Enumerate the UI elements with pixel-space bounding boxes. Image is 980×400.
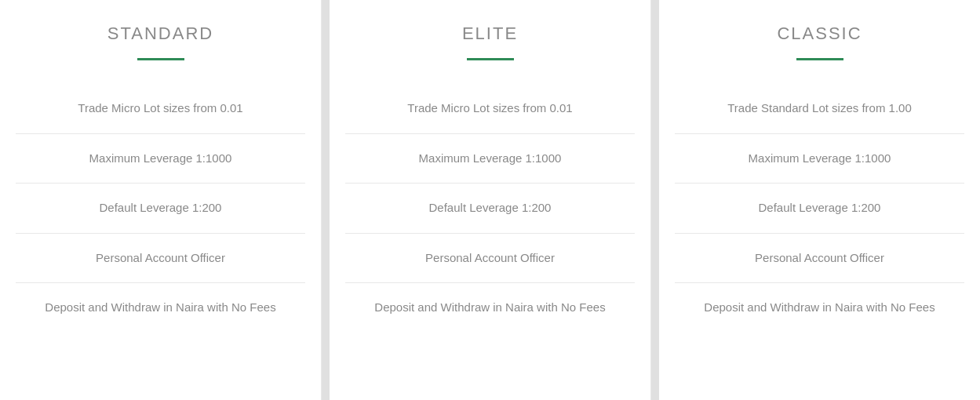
plan-elite-feature-5: Deposit and Withdraw in Naira with No Fe… bbox=[345, 283, 635, 333]
plan-elite-underline bbox=[467, 58, 514, 60]
divider-standard-elite bbox=[322, 0, 330, 400]
plan-elite-feature-4: Personal Account Officer bbox=[345, 234, 635, 284]
plan-classic-feature-2: Maximum Leverage 1:1000 bbox=[675, 134, 964, 184]
plan-elite-feature-2: Maximum Leverage 1:1000 bbox=[345, 134, 635, 184]
plan-classic-title: CLASSIC bbox=[777, 24, 862, 44]
plan-standard-underline bbox=[137, 58, 184, 60]
plan-elite-title: ELITE bbox=[462, 24, 518, 44]
plan-standard-title: STANDARD bbox=[107, 24, 213, 44]
plan-standard-feature-1: Trade Micro Lot sizes from 0.01 bbox=[16, 84, 305, 134]
plan-standard-feature-3: Default Leverage 1:200 bbox=[16, 184, 305, 234]
plan-elite: ELITE Trade Micro Lot sizes from 0.01 Ma… bbox=[330, 0, 651, 400]
divider-elite-classic bbox=[651, 0, 659, 400]
plan-standard-feature-5: Deposit and Withdraw in Naira with No Fe… bbox=[16, 283, 305, 333]
plan-classic: CLASSIC Trade Standard Lot sizes from 1.… bbox=[659, 0, 980, 400]
plan-elite-feature-3: Default Leverage 1:200 bbox=[345, 184, 635, 234]
plan-standard-feature-2: Maximum Leverage 1:1000 bbox=[16, 134, 305, 184]
plan-classic-features: Trade Standard Lot sizes from 1.00 Maxim… bbox=[675, 84, 964, 333]
plan-elite-feature-1: Trade Micro Lot sizes from 0.01 bbox=[345, 84, 635, 134]
plan-classic-feature-3: Default Leverage 1:200 bbox=[675, 184, 964, 234]
plan-standard-features: Trade Micro Lot sizes from 0.01 Maximum … bbox=[16, 84, 305, 333]
plan-elite-features: Trade Micro Lot sizes from 0.01 Maximum … bbox=[345, 84, 635, 333]
plan-classic-feature-1: Trade Standard Lot sizes from 1.00 bbox=[675, 84, 964, 134]
plan-standard-feature-4: Personal Account Officer bbox=[16, 234, 305, 284]
plan-standard: STANDARD Trade Micro Lot sizes from 0.01… bbox=[0, 0, 322, 400]
plans-container: STANDARD Trade Micro Lot sizes from 0.01… bbox=[0, 0, 980, 400]
plan-classic-feature-4: Personal Account Officer bbox=[675, 234, 964, 284]
plan-classic-feature-5: Deposit and Withdraw in Naira with No Fe… bbox=[675, 283, 964, 333]
plan-classic-underline bbox=[796, 58, 843, 60]
